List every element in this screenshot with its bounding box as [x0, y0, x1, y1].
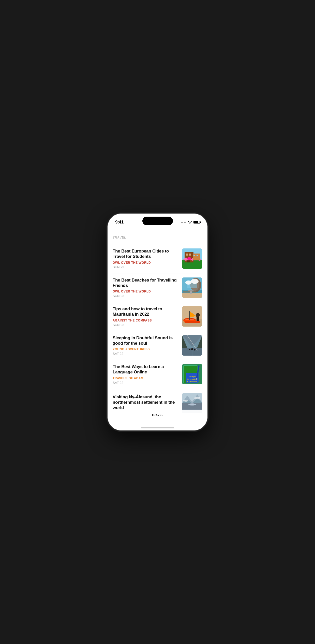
article-title: Sleeping in Doubtful Sound is good for t…: [113, 335, 178, 346]
article-title: Tips and how to travel to Mauritania in …: [113, 306, 178, 317]
svg-rect-3: [186, 254, 188, 256]
article-source: OWL OVER THE WORLD: [113, 290, 178, 293]
svg-rect-4: [189, 254, 191, 256]
tab-label[interactable]: TRAVEL: [152, 413, 163, 416]
svg-rect-17: [182, 293, 202, 298]
svg-rect-13: [193, 255, 195, 256]
list-item[interactable]: Tips and how to travel to Mauritania in …: [113, 302, 202, 331]
article-title: The Best European Cities to Travel for S…: [113, 248, 178, 259]
article-list: The Best European Cities to Travel for S…: [108, 244, 207, 417]
article-image: [182, 306, 202, 327]
article-date: SUN 23: [113, 265, 178, 269]
section-header: TRAVEL: [108, 227, 207, 242]
article-date: SUN 23: [113, 294, 178, 298]
list-item[interactable]: The Best European Cities to Travel for S…: [113, 244, 202, 273]
svg-point-45: [189, 349, 190, 350]
article-image: [182, 277, 202, 298]
article-date: SAT 22: [113, 381, 178, 385]
svg-rect-14: [197, 255, 198, 256]
svg-point-63: [194, 397, 200, 399]
svg-text:to Learning: to Learning: [187, 378, 197, 380]
svg-point-43: [191, 348, 193, 350]
phone-shell: 9:41: [108, 214, 207, 430]
status-time: 9:41: [115, 220, 124, 225]
list-item[interactable]: Sleeping in Doubtful Sound is good for t…: [113, 331, 202, 360]
svg-point-8: [187, 257, 191, 260]
article-text: The Best Ways to Learn a Language Online…: [113, 364, 178, 385]
tab-bar: TRAVEL: [108, 410, 207, 430]
article-source: TRAVELS OF ADAM: [113, 376, 178, 380]
svg-text:7 Steps: 7 Steps: [189, 375, 196, 378]
svg-text:a Language: a Language: [187, 380, 197, 382]
article-source: AGAINST THE COMPASS: [113, 319, 178, 322]
article-image: [182, 335, 202, 356]
signal-icon: [181, 222, 186, 223]
svg-point-24: [185, 281, 191, 285]
article-date: SAT 22: [113, 352, 178, 356]
wifi-icon: [188, 221, 192, 224]
svg-point-30: [196, 313, 200, 317]
article-title: The Best Ways to Learn a Language Online: [113, 364, 178, 375]
article-image: [182, 248, 202, 269]
status-icons: [181, 221, 200, 224]
home-indicator: [141, 427, 174, 428]
article-text: The Best Beaches for Travelling Friends …: [113, 277, 178, 298]
article-source: YOUNG ADVENTURESS: [113, 347, 178, 351]
article-source: OWL OVER THE WORLD: [113, 261, 178, 264]
article-text: Tips and how to travel to Mauritania in …: [113, 306, 178, 327]
screen: 9:41: [108, 214, 207, 430]
battery-icon: [193, 221, 200, 224]
svg-rect-31: [197, 317, 199, 321]
article-date: SUN 23: [113, 323, 178, 327]
content-area[interactable]: TRAVEL The Best European Cities to Trave…: [108, 227, 207, 430]
svg-point-22: [188, 290, 194, 291]
article-title: Visiting Ny-Ålesund, the northernmost se…: [113, 394, 178, 411]
list-item[interactable]: The Best Beaches for Travelling Friends …: [113, 273, 202, 302]
article-title: The Best Beaches for Travelling Friends: [113, 277, 178, 288]
svg-point-25: [191, 279, 199, 284]
article-text: Visiting Ny-Ålesund, the northernmost se…: [113, 394, 178, 412]
list-item[interactable]: The Best Ways to Learn a Language Online…: [113, 360, 202, 389]
svg-point-7: [184, 258, 187, 261]
svg-point-62: [183, 400, 188, 402]
article-text: Sleeping in Doubtful Sound is good for t…: [113, 335, 178, 356]
dynamic-island: [142, 217, 173, 225]
svg-rect-12: [193, 254, 200, 260]
article-image: 7 Steps to Learning a Language: [182, 364, 202, 384]
section-title: TRAVEL: [113, 235, 126, 239]
svg-point-64: [188, 403, 196, 405]
svg-point-44: [194, 349, 196, 351]
article-text: The Best European Cities to Travel for S…: [113, 248, 178, 269]
